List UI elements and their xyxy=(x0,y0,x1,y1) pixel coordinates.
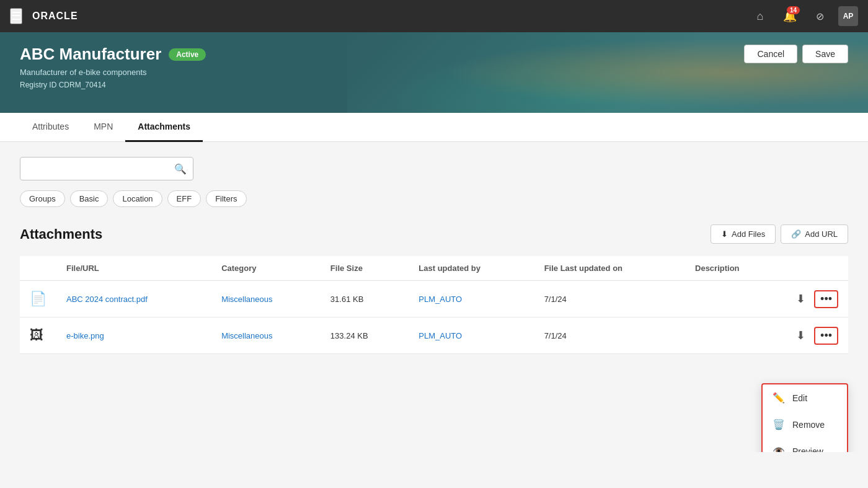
filter-filters[interactable]: Filters xyxy=(206,190,246,207)
attachments-title: Attachments xyxy=(20,226,102,242)
page-title: ABC Manufacturer xyxy=(20,45,161,64)
preview-label: Preview xyxy=(792,446,823,453)
header-subtitle: Manufacturer of e-bike components xyxy=(20,68,848,77)
category-link[interactable]: Miscellaneous xyxy=(221,331,272,340)
col-last-updated-by: Last updated by xyxy=(409,256,534,281)
category-cell: Miscellaneous xyxy=(211,281,321,317)
user-slash-icon: ⊘ xyxy=(816,11,824,22)
table-row: 📄 ABC 2024 contract.pdf Miscellaneous 31… xyxy=(20,281,848,317)
registry-id: Registry ID CDRM_70414 xyxy=(20,81,848,89)
filter-eff[interactable]: EFF xyxy=(167,190,202,207)
user-slash-button[interactable]: ⊘ xyxy=(808,5,831,27)
more-actions-button[interactable]: ••• xyxy=(814,327,838,345)
updated-by-cell: PLM_AUTO xyxy=(409,281,534,317)
status-badge: Active xyxy=(169,48,206,61)
top-navigation: ☰ ORACLE ⌂ 🔔 14 ⊘ AP xyxy=(0,0,868,32)
download-icon: ⬇ xyxy=(796,329,805,342)
home-icon: ⌂ xyxy=(757,10,764,23)
tab-mpn[interactable]: MPN xyxy=(81,113,125,142)
notification-badge: 14 xyxy=(787,6,800,14)
col-icon xyxy=(20,256,56,281)
description-cell xyxy=(685,317,784,354)
edit-icon: ✏️ xyxy=(773,392,785,404)
context-menu-edit[interactable]: ✏️ Edit xyxy=(763,384,847,411)
image-icon: 🖼 xyxy=(30,327,43,343)
file-name-cell: e-bike.png xyxy=(56,317,211,354)
file-link[interactable]: ABC 2024 contract.pdf xyxy=(66,295,148,304)
search-input-wrap[interactable]: 🔍 xyxy=(20,157,193,180)
filter-location[interactable]: Location xyxy=(113,190,162,207)
attachments-section: Attachments ⬇ Add Files 🔗 Add URL File/U… xyxy=(20,224,848,354)
filter-groups[interactable]: Groups xyxy=(20,190,65,207)
notifications-button[interactable]: 🔔 14 xyxy=(779,5,801,27)
add-url-icon: 🔗 xyxy=(791,229,801,239)
download-button[interactable]: ⬇ xyxy=(794,326,808,345)
attachments-table: File/URL Category File Size Last updated… xyxy=(20,256,848,354)
oracle-logo: ORACLE xyxy=(32,11,78,22)
hamburger-menu-button[interactable]: ☰ xyxy=(10,8,22,24)
file-icon-cell: 🖼 xyxy=(20,317,56,354)
search-input[interactable] xyxy=(27,164,174,174)
updated-by-cell: PLM_AUTO xyxy=(409,317,534,354)
file-size-cell: 133.24 KB xyxy=(321,317,409,354)
attachments-table-wrap: File/URL Category File Size Last updated… xyxy=(20,256,848,354)
tab-attributes[interactable]: Attributes xyxy=(20,113,81,142)
row-actions-cell: ⬇ ••• xyxy=(784,317,848,354)
filter-chips: Groups Basic Location EFF Filters xyxy=(20,190,848,207)
col-file-last-updated-on: File Last updated on xyxy=(534,256,685,281)
category-link[interactable]: Miscellaneous xyxy=(221,295,272,304)
category-cell: Miscellaneous xyxy=(211,317,321,354)
updated-on-cell: 7/1/24 xyxy=(534,317,685,354)
ellipsis-icon: ••• xyxy=(820,293,832,306)
table-row: 🖼 e-bike.png Miscellaneous 133.24 KB PLM… xyxy=(20,317,848,354)
row-actions-cell: ⬇ ••• xyxy=(784,281,848,317)
download-icon: ⬇ xyxy=(796,293,805,305)
col-description: Description xyxy=(685,256,784,281)
user-link[interactable]: PLM_AUTO xyxy=(418,331,462,340)
tabs-bar: Attributes MPN Attachments xyxy=(0,113,868,142)
updated-on-cell: 7/1/24 xyxy=(534,281,685,317)
context-menu: ✏️ Edit 🗑️ Remove 👁️ Preview xyxy=(761,383,848,452)
main-content: 🔍 Groups Basic Location EFF Filters Atta… xyxy=(0,142,868,452)
home-button[interactable]: ⌂ xyxy=(749,5,771,27)
download-button[interactable]: ⬇ xyxy=(794,290,808,308)
file-icon-cell: 📄 xyxy=(20,281,56,317)
search-icon[interactable]: 🔍 xyxy=(174,163,187,175)
col-file-url: File/URL xyxy=(56,256,211,281)
description-cell xyxy=(685,281,784,317)
trash-icon: 🗑️ xyxy=(773,419,785,430)
filter-basic[interactable]: Basic xyxy=(70,190,108,207)
tab-attachments[interactable]: Attachments xyxy=(125,113,203,142)
remove-label: Remove xyxy=(792,420,825,430)
search-container: 🔍 xyxy=(20,157,848,180)
add-files-icon: ⬇ xyxy=(721,229,728,239)
pdf-icon: 📄 xyxy=(30,291,46,306)
save-button[interactable]: Save xyxy=(802,45,848,63)
eye-icon: 👁️ xyxy=(773,445,785,452)
context-menu-preview[interactable]: 👁️ Preview xyxy=(763,438,847,452)
cancel-button[interactable]: Cancel xyxy=(744,45,797,63)
file-size-cell: 31.61 KB xyxy=(321,281,409,317)
add-files-button[interactable]: ⬇ Add Files xyxy=(711,224,776,244)
avatar-button[interactable]: AP xyxy=(838,6,858,26)
file-name-cell: ABC 2024 contract.pdf xyxy=(56,281,211,317)
attachments-actions: ⬇ Add Files 🔗 Add URL xyxy=(711,224,848,244)
col-file-size: File Size xyxy=(321,256,409,281)
col-actions xyxy=(784,256,848,281)
header-banner: ABC Manufacturer Active Manufacturer of … xyxy=(0,32,868,113)
file-link[interactable]: e-bike.png xyxy=(66,331,104,340)
add-url-button[interactable]: 🔗 Add URL xyxy=(781,224,848,244)
user-link[interactable]: PLM_AUTO xyxy=(418,295,462,304)
ellipsis-icon: ••• xyxy=(820,329,832,342)
edit-label: Edit xyxy=(792,393,807,403)
context-menu-remove[interactable]: 🗑️ Remove xyxy=(763,411,847,438)
col-category: Category xyxy=(211,256,321,281)
attachments-header: Attachments ⬇ Add Files 🔗 Add URL xyxy=(20,224,848,244)
more-actions-button[interactable]: ••• xyxy=(814,290,838,308)
